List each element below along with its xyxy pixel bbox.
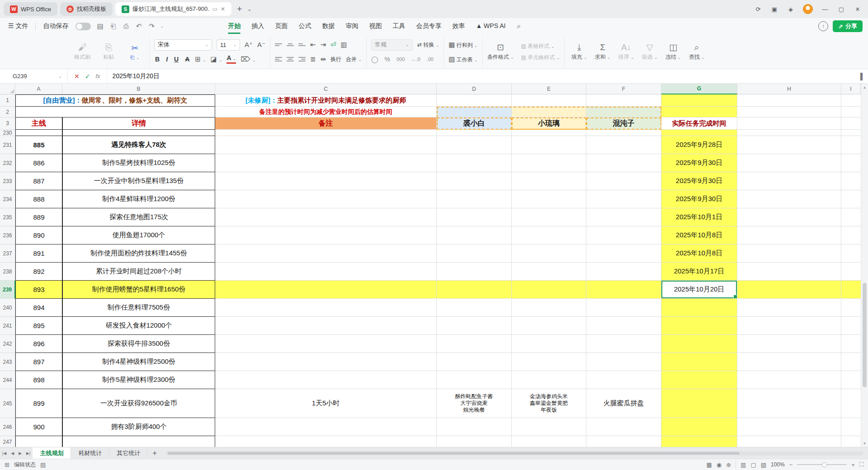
cell-F232[interactable] xyxy=(586,154,661,172)
cell-B232[interactable]: 制作5星烤技料理1025份 xyxy=(62,154,215,172)
cell-F234[interactable] xyxy=(586,190,661,208)
menu-tab-5[interactable]: 审阅 xyxy=(340,19,363,33)
menu-tab-6[interactable]: 视图 xyxy=(363,19,387,33)
cell-A238[interactable]: 892 xyxy=(15,263,62,281)
cell-D241[interactable] xyxy=(437,317,512,335)
cell-F243[interactable] xyxy=(586,353,661,371)
table-tools-icon[interactable]: ▦ xyxy=(707,461,712,468)
column-header-B[interactable]: B xyxy=(62,84,215,94)
column-header-D[interactable]: D xyxy=(437,84,512,94)
cell-F246[interactable] xyxy=(586,418,661,436)
cell-C243[interactable] xyxy=(215,353,437,371)
merge-button[interactable]: 合并 ⌄ xyxy=(346,56,362,63)
cell-G241[interactable] xyxy=(661,317,737,335)
cell-E238[interactable] xyxy=(512,263,586,281)
cell-E240[interactable] xyxy=(512,299,586,317)
row-header-239[interactable]: 239 xyxy=(0,281,15,299)
cell-I230[interactable] xyxy=(841,130,861,136)
cell-C239[interactable] xyxy=(215,281,437,299)
cell-C242[interactable] xyxy=(215,335,437,353)
cell-G233[interactable]: 2025年9月30日 xyxy=(661,172,737,190)
cell-E242[interactable] xyxy=(512,335,586,353)
cell-F236[interactable] xyxy=(586,226,661,244)
row-header[interactable]: 3 xyxy=(0,118,15,130)
cell-C237[interactable] xyxy=(215,244,437,263)
search-icon[interactable]: ⌕ xyxy=(515,22,522,30)
cell-E230[interactable] xyxy=(512,130,586,136)
sort-button[interactable]: A↓ 排序 ⌄ xyxy=(616,38,636,66)
row-header-234[interactable]: 234 xyxy=(0,190,15,208)
cell-B242[interactable]: 探索获得牛排3500份 xyxy=(62,335,215,353)
first-sheet-icon[interactable]: |◀ xyxy=(0,451,9,456)
cell-H233[interactable] xyxy=(737,172,841,190)
row-header-244[interactable]: 244 xyxy=(0,371,15,389)
fit-screen-icon[interactable]: ⛶ xyxy=(859,461,863,468)
cell-A245[interactable]: 899 xyxy=(15,389,62,418)
quickbar-chevron-icon[interactable]: ⌄ xyxy=(160,24,164,28)
next-sheet-icon[interactable]: ▶ xyxy=(16,451,24,456)
cell-A230[interactable] xyxy=(15,130,62,136)
cell-G235[interactable]: 2025年10月1日 xyxy=(661,208,737,226)
cell-A240[interactable]: 894 xyxy=(15,299,62,317)
cell-A237[interactable]: 891 xyxy=(15,244,62,263)
cell-B245[interactable]: 一次开业获得926500金币 xyxy=(62,389,215,418)
cell-B236[interactable]: 使用鱼翅17000个 xyxy=(62,226,215,244)
formula-input[interactable]: 2025年10月20日 xyxy=(107,72,853,80)
active-cell-G239[interactable]: 2025年10月20日 xyxy=(661,281,737,299)
col-header-mainline[interactable]: 主线 xyxy=(15,118,62,130)
find-button[interactable]: ⌕ 查找 ⌄ xyxy=(687,38,707,66)
decrease-font-icon[interactable]: A⁻ xyxy=(257,41,265,49)
cell-F245[interactable]: 火腿蜜瓜拼盘 xyxy=(586,389,661,418)
cell-B241[interactable]: 研发投入食材12000个 xyxy=(62,317,215,335)
cell-D238[interactable] xyxy=(437,263,512,281)
cell-F231[interactable] xyxy=(586,136,661,154)
cell-F238[interactable] xyxy=(586,263,661,281)
cell-H237[interactable] xyxy=(737,244,841,263)
font-name-select[interactable]: 宋体⌄ xyxy=(154,39,212,51)
cell-B231[interactable]: 遇见特殊客人78次 xyxy=(62,136,215,154)
cell-H240[interactable] xyxy=(737,299,841,317)
cell[interactable] xyxy=(841,107,861,118)
new-tab-button[interactable]: + xyxy=(234,4,245,14)
cell-I231[interactable] xyxy=(841,136,861,154)
cell-H247[interactable] xyxy=(737,436,841,447)
cell[interactable] xyxy=(437,107,512,118)
increase-decimal-icon[interactable]: ←.0 xyxy=(411,56,420,62)
cell-D237[interactable] xyxy=(437,244,512,263)
cell-B244[interactable]: 制作5星神级料理2300份 xyxy=(62,371,215,389)
cell-D233[interactable] xyxy=(437,172,512,190)
cell-C240[interactable] xyxy=(215,299,437,317)
cell-E232[interactable] xyxy=(512,154,586,172)
clear-format-button[interactable]: ⌦ ⌄ xyxy=(241,55,255,63)
cell-A246[interactable]: 900 xyxy=(15,418,62,436)
italic-button[interactable]: I xyxy=(165,56,169,63)
col-header-chef1[interactable]: 裘小白 xyxy=(437,118,512,130)
cell-F230[interactable] xyxy=(586,130,661,136)
page-layout-view-icon[interactable]: ▢ xyxy=(750,461,756,468)
cell-D232[interactable] xyxy=(437,154,512,172)
cell[interactable] xyxy=(512,107,586,118)
table-style-button[interactable]: ▨ 表格样式 ⌄ xyxy=(521,42,560,50)
sum-button[interactable]: Σ 求和 ⌄ xyxy=(593,38,613,66)
cell-C234[interactable] xyxy=(215,190,437,208)
undo-icon[interactable]: ↶ xyxy=(135,22,143,30)
horizontal-scroll-thumb[interactable] xyxy=(168,452,740,455)
cell-H231[interactable] xyxy=(737,136,841,154)
cell-note-c1[interactable]: [未修厨]：主要指累计开业时间未满足修炼要求的厨师 xyxy=(215,94,437,107)
cell-G242[interactable] xyxy=(661,335,737,353)
cell-C233[interactable] xyxy=(215,172,437,190)
cell-F235[interactable] xyxy=(586,208,661,226)
cell-A242[interactable]: 896 xyxy=(15,335,62,353)
scroll-down-icon[interactable]: ▼ xyxy=(861,440,868,447)
font-size-select[interactable]: 11⌄ xyxy=(217,39,240,51)
cell-E235[interactable] xyxy=(512,208,586,226)
cell-C231[interactable] xyxy=(215,136,437,154)
bold-button[interactable]: B xyxy=(154,56,160,63)
close-button[interactable]: ✕ xyxy=(851,3,864,15)
cell-B230[interactable] xyxy=(62,130,215,136)
column-header-I[interactable]: I xyxy=(841,84,861,94)
cell-E246[interactable] xyxy=(512,418,586,436)
menu-tab-7[interactable]: 工具 xyxy=(387,19,410,33)
cell-A247[interactable] xyxy=(15,436,62,447)
row-header-236[interactable]: 236 xyxy=(0,226,15,244)
